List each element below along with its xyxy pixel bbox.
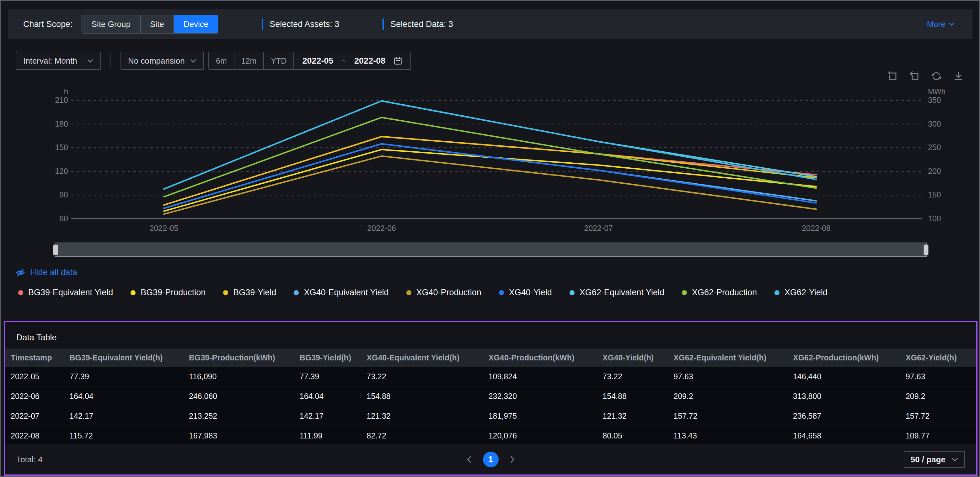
series-line-xg40-yield [164, 144, 816, 208]
x-axis-label: 2022-08 [802, 224, 830, 233]
scope-button-device[interactable]: Device [174, 15, 218, 33]
legend-label: BG39-Production [141, 288, 205, 298]
legend-item-xg62-production[interactable]: XG62-Production [682, 288, 757, 298]
table-cell: 142.17 [294, 412, 361, 421]
series-line-bg39-production [164, 149, 816, 211]
table-cell: 111.99 [294, 431, 361, 441]
table-cell: 121.32 [597, 412, 668, 421]
left-axis-tick: 120 [41, 167, 68, 176]
zoom-reset-icon[interactable] [909, 71, 920, 81]
table-cell: 157.72 [668, 412, 788, 421]
legend-item-xg40-equivalent-yield[interactable]: XG40-Equivalent Yield [294, 288, 388, 298]
range-button-ytd[interactable]: YTD [264, 52, 294, 69]
chevron-down-icon [952, 458, 958, 461]
table-cell: 167,983 [183, 431, 294, 441]
refresh-icon[interactable] [931, 71, 942, 81]
legend-dot [294, 290, 299, 295]
series-line-xg40-equivalent-yield [164, 144, 816, 208]
column-header-6: XG40-Yield(h) [597, 353, 668, 362]
legend-dot [570, 290, 574, 295]
table-cell: 209.2 [900, 392, 976, 401]
next-page-icon[interactable] [510, 455, 515, 464]
table-cell: 80.05 [597, 431, 668, 441]
left-axis-tick: 180 [41, 119, 68, 128]
scope-button-site[interactable]: Site [141, 15, 174, 33]
left-axis-tick: 210 [41, 95, 68, 105]
legend-item-bg39-yield[interactable]: BG39-Yield [223, 288, 276, 298]
x-axis-label: 2022-07 [584, 224, 613, 233]
line-chart-area: hMWh210180150120906035030025020015010020… [41, 87, 951, 238]
table-cell: 77.39 [294, 372, 361, 381]
page-size-select[interactable]: 50 / page [904, 451, 965, 468]
page-number-1[interactable]: 1 [483, 452, 499, 467]
table-cell: 2022-06 [5, 392, 64, 401]
legend-item-xg40-production[interactable]: XG40-Production [406, 288, 481, 298]
data-zoom-slider[interactable] [55, 242, 927, 257]
chart-scope-label: Chart Scope: [23, 19, 73, 29]
table-cell: 164.04 [64, 392, 183, 401]
slider-left-handle[interactable] [53, 244, 58, 255]
legend-item-bg39-production[interactable]: BG39-Production [130, 288, 205, 298]
column-header-5: XG40-Production(kWh) [483, 353, 597, 362]
legend-dot [130, 290, 135, 295]
zoom-area-icon[interactable] [887, 71, 898, 81]
x-axis-label: 2022-05 [150, 224, 178, 233]
date-to[interactable]: 2022-08 [354, 56, 385, 66]
data-table-title: Data Table [16, 333, 57, 342]
table-cell: 116,090 [183, 372, 294, 381]
left-axis-unit: h [41, 87, 68, 96]
table-cell: 232,320 [483, 392, 597, 401]
legend-dot [499, 290, 504, 295]
selected-assets: Selected Assets: 3 [262, 19, 339, 30]
selected-data-text: Selected Data: 3 [390, 19, 453, 29]
table-cell: 77.39 [64, 372, 183, 381]
left-axis-tick: 90 [41, 190, 68, 199]
interval-value: Interval: Month [23, 56, 77, 66]
scope-button-site-group[interactable]: Site Group [82, 15, 141, 33]
date-separator: ~ [341, 56, 346, 65]
table-cell: 154.88 [597, 392, 668, 401]
more-dropdown[interactable]: More [927, 19, 954, 29]
comparison-value: No comparision [128, 56, 185, 66]
download-icon[interactable] [953, 71, 964, 81]
dashboard: Chart Scope: Site Group Site Device Sele… [0, 0, 980, 477]
date-range-group: 6m 12m YTD 2022-05 ~ 2022-08 [208, 52, 411, 70]
right-axis-unit: MWh [928, 87, 945, 96]
legend-item-xg62-yield[interactable]: XG62-Yield [775, 288, 827, 298]
legend-label: XG40-Production [417, 288, 481, 298]
interval-select[interactable]: Interval: Month [16, 52, 101, 70]
prev-page-icon[interactable] [467, 455, 472, 464]
legend-item-xg40-yield[interactable]: XG40-Yield [499, 288, 552, 298]
date-range-picker[interactable]: 2022-05 ~ 2022-08 [294, 56, 410, 66]
column-header-9: XG62-Yield(h) [900, 353, 976, 362]
column-header-4: XG40-Equivalent Yield(h) [361, 353, 483, 362]
scope-segmented-control: Site Group Site Device [81, 15, 219, 33]
legend-label: XG40-Yield [509, 288, 552, 298]
table-cell: 82.72 [361, 431, 483, 441]
table-cell: 142.17 [64, 412, 183, 421]
range-button-12m[interactable]: 12m [234, 52, 264, 69]
divider [110, 52, 111, 69]
table-header-row: TimestampBG39-Equivalent Yield(h)BG39-Pr… [5, 349, 976, 367]
legend-label: XG40-Equivalent Yield [304, 288, 388, 298]
eye-off-icon [16, 268, 25, 277]
legend-item-bg39-equivalent-yield[interactable]: BG39-Equivalent Yield [18, 288, 113, 298]
date-from[interactable]: 2022-05 [302, 56, 333, 66]
hide-all-data-link[interactable]: Hide all data [16, 268, 77, 277]
comparison-select[interactable]: No comparision [121, 52, 204, 70]
legend-dot [223, 290, 228, 295]
slider-right-handle[interactable] [924, 244, 929, 255]
table-row: 2022-0577.39116,09077.3973.22109,82473.2… [5, 367, 976, 387]
legend-label: BG39-Yield [233, 288, 276, 298]
column-header-7: XG62-Equivalent Yield(h) [668, 353, 788, 362]
chevron-down-icon [949, 22, 954, 26]
legend-item-xg62-equivalent-yield[interactable]: XG62-Equivalent Yield [570, 288, 664, 298]
table-cell: 209.2 [668, 392, 788, 401]
selected-assets-text: Selected Assets: 3 [270, 19, 339, 29]
right-axis-tick: 250 [928, 143, 941, 152]
table-cell: 97.63 [900, 372, 976, 381]
range-button-6m[interactable]: 6m [209, 52, 234, 69]
legend-dot [406, 290, 411, 295]
right-axis-tick: 350 [928, 95, 941, 105]
calendar-icon [393, 56, 402, 65]
